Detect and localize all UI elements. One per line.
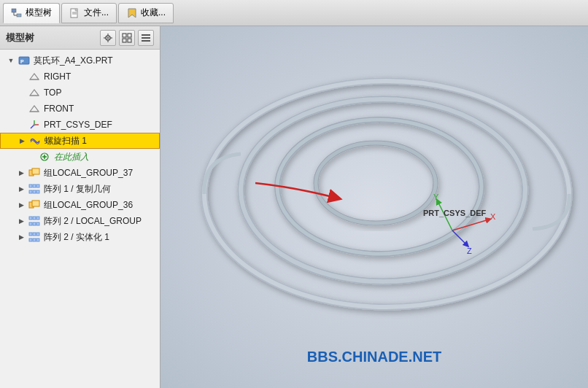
sidebar-header: 模型树 [0,26,160,50]
group36-icon [28,199,41,211]
array3-icon [28,231,41,243]
tree-item-array1[interactable]: ▶ 阵列 1 / 复制几何 [0,181,160,197]
svg-text:PRT_CSYS_DEF: PRT_CSYS_DEF [423,209,486,217]
tree-item-helix[interactable]: ▶ 螺旋扫描 1 [0,133,160,149]
svg-rect-38 [33,190,36,193]
insert-expand-icon [26,152,36,162]
svg-point-28 [34,124,36,126]
tab-model-tree[interactable]: 模型树 [3,3,60,23]
insert-icon [38,151,51,163]
array2-icon [28,215,41,227]
plane-icon-top [28,88,40,98]
tab-files[interactable]: 文件... [61,3,117,23]
svg-rect-47 [36,222,39,225]
array3-expand-icon: ▶ [16,232,26,242]
sidebar-title: 模型树 [6,31,34,44]
svg-rect-34 [29,185,32,187]
insert-icon-svg [39,152,50,162]
svg-text:BBS.CHINADE.NET: BBS.CHINADE.NET [307,349,441,365]
front-icon [28,103,41,115]
bookmark-icon [126,8,138,18]
tree-item-right[interactable]: RIGHT [0,69,160,85]
top-bar: 模型树 文件... 收藏... [0,0,588,26]
tree-item-group37-label: 组LOCAL_GROUP_37 [44,167,133,179]
part-icon: P [18,55,30,66]
svg-rect-45 [29,222,32,225]
svg-rect-0 [12,9,16,12]
svg-rect-49 [33,233,36,236]
group-icon-svg [28,168,40,178]
svg-text:X: X [490,212,496,221]
tree-item-top-label: TOP [44,88,61,98]
helix-3d-view: PRT_CSYS_DEF X Y Z BBS.CHINADE.NET [160,26,588,388]
toolbar-extra-btn[interactable] [138,30,154,46]
tree-item-insert[interactable]: 在此插入 [0,149,160,165]
svg-text:Y: Y [433,193,439,201]
array-icon-svg1 [28,184,40,194]
tree-item-right-label: RIGHT [44,71,71,82]
svg-rect-3 [17,14,21,17]
svg-rect-51 [29,238,32,241]
svg-rect-17 [142,34,150,36]
top-expand-icon [16,88,26,98]
toolbar-settings-btn[interactable] [100,30,116,46]
tab-bookmarks[interactable]: 收藏... [118,3,174,23]
csys-icon [28,119,41,131]
tree-item-array1-label: 阵列 1 / 复制几何 [44,183,111,195]
svg-rect-35 [33,185,36,187]
plane-icon-front [28,104,40,114]
tree-item-group36[interactable]: ▶ 组LOCAL_GROUP_36 [0,197,160,213]
svg-rect-42 [29,217,32,220]
group36-icon-svg [28,200,40,210]
sidebar: 模型树 [0,26,160,388]
svg-rect-37 [29,190,32,193]
tree-item-front[interactable]: FRONT [0,101,160,117]
svg-rect-19 [142,40,150,42]
tree-item-front-label: FRONT [44,104,74,114]
helix-icon-svg [29,136,41,146]
svg-point-8 [107,36,109,38]
svg-rect-39 [36,190,39,193]
right-icon [28,71,41,82]
svg-rect-43 [33,217,36,220]
tab-files-label: 文件... [84,7,109,19]
tree-icon [11,8,23,18]
csys-icon-svg [28,120,40,130]
tree-item-group37[interactable]: ▶ 组LOCAL_GROUP_37 [0,165,160,181]
svg-rect-13 [123,34,126,37]
tree-item-array2-label: 阵列 2 / LOCAL_GROUP [44,215,142,228]
sidebar-toolbar [100,30,154,46]
group37-expand-icon: ▶ [16,168,26,178]
svg-rect-50 [36,233,39,236]
svg-rect-52 [33,238,36,241]
helix-icon [28,135,42,147]
svg-rect-33 [32,168,39,174]
tree-item-csys[interactable]: PRT_CSYS_DEF [0,117,160,133]
tree-root-label: 莫氏环_A4_XG.PRT [34,55,112,67]
group37-icon [28,167,41,179]
array2-expand-icon: ▶ [16,216,26,226]
array-icon-svg3 [28,232,40,242]
tab-bookmarks-label: 收藏... [141,7,166,19]
svg-rect-14 [128,34,131,37]
tree-item-group36-label: 组LOCAL_GROUP_36 [44,199,133,212]
csys-expand-icon [16,120,26,130]
array1-expand-icon: ▶ [16,184,26,194]
tree-item-top[interactable]: TOP [0,85,160,101]
extra-icon [141,33,151,43]
tree-root[interactable]: ▼ P 莫氏环_A4_XG.PRT [0,53,160,69]
expand-icon [122,33,132,43]
helix-expand-icon: ▶ [17,136,27,146]
tree-item-insert-label: 在此插入 [54,151,89,163]
svg-rect-53 [36,238,39,241]
viewport-canvas: PRT_CSYS_DEF X Y Z BBS.CHINADE.NET [160,26,588,388]
tree-container: ▼ P 莫氏环_A4_XG.PRT RIGH [0,50,160,388]
root-expand-icon: ▼ [6,55,16,66]
svg-text:Z: Z [467,247,472,255]
tree-item-array3[interactable]: ▶ 阵列 2 / 实体化 1 [0,229,160,245]
file-icon [69,8,81,18]
toolbar-expand-btn[interactable] [119,30,135,46]
tree-item-array2[interactable]: ▶ 阵列 2 / LOCAL_GROUP [0,213,160,229]
svg-text:P: P [20,59,24,64]
svg-rect-15 [123,39,126,42]
